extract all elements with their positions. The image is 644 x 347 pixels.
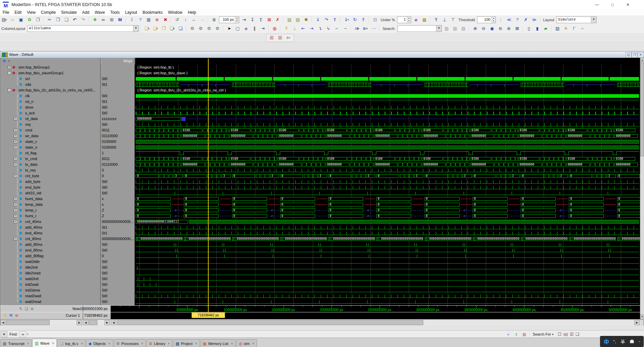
step-into-button[interactable]: ⇓▾ <box>343 16 350 24</box>
menu-compile[interactable]: Compile <box>38 9 58 15</box>
view-hatch-button[interactable]: ▨ <box>554 25 561 32</box>
collapse-icon[interactable]: - <box>8 71 11 75</box>
expand-icon[interactable]: + <box>14 220 17 223</box>
zoom-range-button[interactable]: ⊠ <box>513 25 521 32</box>
signal-row-read2wait[interactable]: ◆read2wait <box>0 293 100 299</box>
expand-all-button[interactable]: ≫ <box>530 16 538 24</box>
group-dropdown-icon[interactable]: ❖ <box>2 59 6 64</box>
stop-button[interactable]: ⊠ <box>265 16 273 24</box>
remove-cursor-icon[interactable]: ⊖ <box>14 313 19 318</box>
signal-tree-pane[interactable]: +◆sim:/top_tb/Group1-◆sim:/top_tb/u_slav… <box>0 65 100 305</box>
pan-mode-button[interactable]: ∥ <box>251 25 258 32</box>
clear-button[interactable]: ✗ <box>522 16 530 24</box>
tab-transcript[interactable]: ▤Transcript✕ <box>0 339 32 347</box>
signal-row-idle2read[interactable]: ◆idle2read <box>0 270 100 276</box>
expand-icon[interactable]: + <box>14 157 17 160</box>
save-button[interactable]: ▣ <box>17 16 25 24</box>
cursor-ceiling-button[interactable]: ⊤ <box>449 16 457 24</box>
collapse-icon[interactable]: - <box>8 88 11 92</box>
view-step-b-button[interactable]: ⌐ <box>579 25 587 32</box>
wave-cut-button[interactable]: ☒ <box>268 34 275 42</box>
expand-icon[interactable]: + <box>14 174 17 178</box>
close-tab-icon[interactable]: ✕ <box>81 342 83 345</box>
group-dropdown-arrow-icon[interactable]: ▾ <box>8 60 10 63</box>
delete-cursor-button[interactable]: ⊥ <box>291 25 299 32</box>
menu-wave[interactable]: Wave <box>92 9 108 15</box>
end-simulation-button[interactable]: ✖ <box>162 16 169 24</box>
search-forward-button[interactable]: ⇉▾ <box>353 25 361 32</box>
run-length-spinner[interactable]: 100 ps▴▾ <box>219 16 239 23</box>
wave-scroll-right-icon[interactable]: ▶ <box>634 320 640 325</box>
expand-icon[interactable]: + <box>14 117 17 120</box>
layout-dropdown-icon[interactable]: ▼ <box>591 17 596 23</box>
menu-add[interactable]: Add <box>80 9 92 15</box>
threshold-up-icon[interactable]: ▴ <box>492 17 496 20</box>
falling-edge-button[interactable]: ↴ <box>316 25 324 32</box>
signal-row-done[interactable]: ◆done <box>0 105 100 110</box>
select-mode-button[interactable]: ➤ <box>225 25 233 32</box>
ime-halfwidth-icon[interactable] <box>620 339 626 344</box>
signal-row-tx_cmd[interactable]: +◆tx_cmd <box>0 156 100 162</box>
view-green-button[interactable]: ▰ <box>542 25 550 32</box>
break-button[interactable]: ✗ <box>274 16 282 24</box>
gear-b-button[interactable]: ⚙ <box>197 25 205 32</box>
signal-row-temp_data[interactable]: +◆temp_data <box>0 202 100 207</box>
run-button[interactable]: ⇥ <box>240 16 248 24</box>
load-design-button[interactable]: ⇩ <box>128 16 136 24</box>
signal-row-s_ack[interactable]: ◆s_ack <box>0 110 100 116</box>
signal-row-cmd[interactable]: +◆cmd <box>0 127 100 133</box>
signal-row-cnt_40ms[interactable]: +◆cnt_40ms <box>0 219 100 225</box>
signal-row-cnt_80ms[interactable]: +◆cnt_80ms <box>0 236 100 242</box>
close-tab-icon[interactable]: ✕ <box>141 342 144 345</box>
stretch-edge-button[interactable]: ⇥ <box>259 25 267 32</box>
wave-dock-button[interactable]: ◱ <box>626 52 632 57</box>
add-group-button[interactable]: ❏▾ <box>143 25 151 32</box>
signal-row-wait2init[interactable]: ◆wait2init <box>0 276 100 282</box>
signal-row-humi_data[interactable]: +◆humi_data <box>0 196 100 202</box>
vertical-scrollbar[interactable]: ▲ ▼ <box>640 58 644 319</box>
cursor-line[interactable] <box>208 59 209 312</box>
signal-row-init2wait[interactable]: ◆init2wait <box>0 282 100 287</box>
wave-scroll-left-icon[interactable]: ◀ <box>111 320 116 325</box>
wrap-checkbox[interactable]: ☑ <box>570 332 573 337</box>
column-layout-combobox[interactable]: AllColumns▼ <box>27 25 139 32</box>
paste-button[interactable]: ❑ <box>62 16 70 24</box>
step-out-button[interactable]: ⇑ <box>359 16 367 24</box>
expand-icon[interactable]: + <box>14 140 17 143</box>
tree-scroll-right-icon[interactable]: ▶ <box>77 320 82 325</box>
pages-icon[interactable]: ❏ <box>24 306 29 311</box>
step-button[interactable]: ↧ <box>249 16 256 24</box>
undo-button[interactable]: ↶ <box>71 16 79 24</box>
expand-icon[interactable]: + <box>14 146 17 149</box>
add-cursor-icon[interactable]: ⊕ <box>30 306 35 311</box>
tab-wave[interactable]: ▥Wave✕ <box>32 339 57 347</box>
scroll-up-icon[interactable]: ▲ <box>640 58 644 62</box>
ime-language-icon[interactable] <box>603 339 609 345</box>
scroll-down-icon[interactable]: ▼ <box>640 314 644 318</box>
signal-row-rd_flag[interactable]: ◆rd_flag <box>0 150 100 156</box>
clipboard-icon[interactable]: ❏ <box>575 332 579 337</box>
expand-icon[interactable]: + <box>14 163 17 166</box>
threshold-spinner[interactable]: 100▴▾ <box>477 16 496 23</box>
search-opt-c-button[interactable]: ▨ <box>460 25 467 32</box>
more-dots-button[interactable]: ⋮ <box>497 16 505 24</box>
close-tab-icon[interactable]: ✕ <box>108 342 111 345</box>
tab-memory-list[interactable]: ▦Memory List✕ <box>201 339 236 347</box>
step-over-button[interactable]: ↥ <box>257 16 265 24</box>
signal-row-state_c[interactable]: +◆state_c <box>0 139 100 145</box>
edit-mode-button[interactable]: ◈ <box>242 25 250 32</box>
menu-simulate[interactable]: Simulate <box>58 9 80 15</box>
signal-row-sda[interactable]: ◆sda <box>0 82 100 87</box>
signal-row-tx_req[interactable]: ◆tx_req <box>0 167 100 173</box>
menu-tools[interactable]: Tools <box>108 9 122 15</box>
signal-row-rd_data[interactable]: +◆rd_data <box>0 116 100 122</box>
zoom-in-button[interactable]: ⊕ <box>471 25 479 32</box>
expand-icon[interactable]: + <box>14 208 17 212</box>
tab-sim[interactable]: ◎sim✕ <box>236 339 257 347</box>
signal-row-tx_data[interactable]: +◆tx_data <box>0 162 100 167</box>
rising-edge-button[interactable]: ↳ <box>325 25 332 32</box>
timeline-scale[interactable]: 500000000 ps1000000000 ps1500000000 ps20… <box>111 306 640 312</box>
search-backward-button[interactable]: ⇇▾ <box>361 25 369 32</box>
close-tab-icon[interactable]: ✕ <box>195 342 198 345</box>
minimize-button[interactable]: — <box>591 1 603 8</box>
